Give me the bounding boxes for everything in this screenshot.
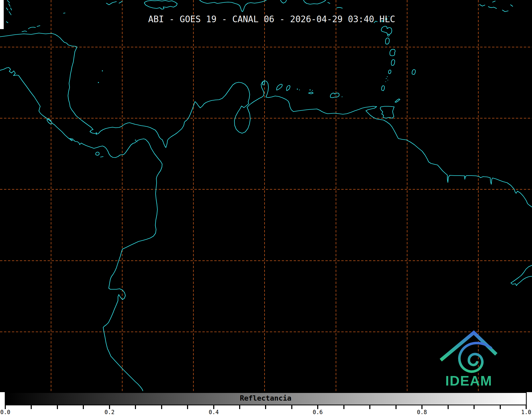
colorbar-tick-label: 0.0 bbox=[0, 409, 10, 415]
colorbar-tick-label: 1.0 bbox=[521, 409, 531, 415]
cuba-fragments bbox=[106, 1, 122, 5]
belize-cays bbox=[6, 1, 65, 23]
ideam-logo: IDEAM bbox=[436, 328, 500, 390]
venezuelan-islands bbox=[262, 81, 339, 98]
brazil-coast-corner bbox=[511, 265, 532, 286]
satellite-image-viewport: ABI - GOES 19 - CANAL 06 - 2026-04-29 03… bbox=[0, 0, 532, 417]
lesser-antilles-islands bbox=[374, 21, 415, 91]
trinidad-tobago-coastline bbox=[380, 99, 400, 118]
colorbar-label: Reflectancia bbox=[240, 394, 291, 402]
caribbean-south-america-coastline bbox=[0, 33, 532, 207]
colorbar-tick-label: 0.8 bbox=[417, 409, 427, 415]
small-island-dots bbox=[98, 16, 389, 142]
puerto-rico-coastline bbox=[303, 0, 342, 8]
northeast-island-fragments bbox=[480, 1, 513, 12]
colorbar-tick-label: 0.6 bbox=[313, 409, 323, 415]
bay-islands bbox=[22, 26, 40, 32]
frame-edge-notch bbox=[0, 0, 4, 29]
hispaniola-coastline bbox=[199, 0, 287, 12]
ideam-hurricane-spiral-icon bbox=[460, 343, 491, 372]
colorbar-ticks bbox=[5, 405, 527, 409]
jamaica-coastline bbox=[144, 1, 177, 9]
image-title: ABI - GOES 19 - CANAL 06 - 2026-04-29 03… bbox=[148, 15, 395, 24]
colorbar-tick-label: 0.4 bbox=[209, 409, 219, 415]
colorbar-tick-label: 0.2 bbox=[104, 409, 115, 415]
colorbar: Reflectancia 0.0 0.2 0.4 0.6 0.8 1.0 bbox=[0, 392, 532, 417]
coiba-island bbox=[96, 152, 103, 157]
ideam-logo-text: IDEAM bbox=[445, 373, 492, 388]
pacific-coastline bbox=[0, 67, 162, 391]
